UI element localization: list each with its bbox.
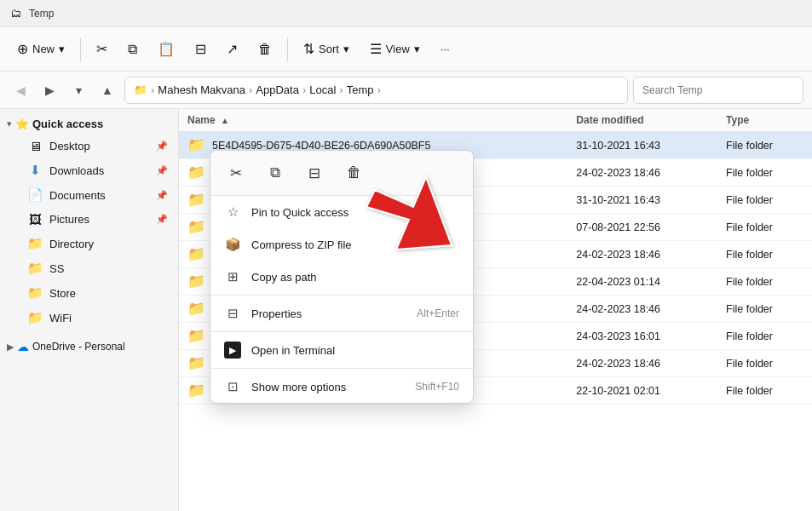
paste-button[interactable]: 📋 — [149, 36, 183, 62]
recent-button[interactable]: ▾ — [66, 78, 90, 102]
sidebar-item-pictures-label: Pictures — [49, 213, 149, 226]
quick-access-chevron-icon: ▾ — [7, 118, 12, 129]
sidebar-item-store[interactable]: 📁 Store — [3, 281, 175, 305]
title-bar: 🗂 Temp — [0, 0, 812, 27]
ctx-copy-path-item[interactable]: ⊞ Copy as path — [210, 261, 473, 293]
onedrive-label: OneDrive - Personal — [32, 341, 125, 353]
sidebar-item-desktop-label: Desktop — [49, 140, 149, 152]
cut-icon: ✂ — [96, 41, 107, 57]
cut-button[interactable]: ✂ — [88, 36, 116, 62]
sidebar-item-ss[interactable]: 📁 SS — [3, 256, 175, 280]
ctx-compress-item[interactable]: 📦 Compress to ZIP file — [210, 228, 473, 261]
new-chevron-icon: ▾ — [59, 43, 65, 55]
pin-icon-desktop: 📌 — [156, 141, 168, 152]
address-bar: ◀ ▶ ▾ ▲ 📁 › Mahesh Makvana › AppData › L… — [0, 72, 812, 109]
desktop-icon: 🖥 — [27, 139, 43, 153]
ctx-terminal-item[interactable]: ▶ Open in Terminal — [210, 334, 473, 366]
sidebar-item-downloads-label: Downloads — [49, 164, 149, 177]
breadcrumb-part-4[interactable]: Temp — [347, 83, 374, 96]
ctx-sep-3 — [210, 368, 473, 369]
sidebar-item-wifi[interactable]: 📁 WiFi — [3, 306, 175, 330]
breadcrumb-home-icon: 📁 — [134, 83, 147, 96]
delete-button[interactable]: 🗑 — [250, 37, 280, 62]
store-icon: 📁 — [27, 285, 43, 301]
quick-access-label: Quick access — [32, 118, 103, 130]
sidebar-item-directory[interactable]: 📁 Directory — [3, 232, 175, 256]
new-button[interactable]: ⊕ New ▾ — [9, 36, 73, 62]
delete-icon: 🗑 — [258, 42, 272, 57]
ctx-copy-button[interactable]: ⧉ — [260, 158, 291, 188]
ctx-pin-item[interactable]: ☆ Pin to Quick access — [210, 196, 473, 228]
compress-icon: 📦 — [224, 236, 241, 253]
back-button[interactable]: ◀ — [9, 78, 32, 102]
quick-access-header[interactable]: ▾ ⭐ Quick access — [0, 114, 178, 134]
copy-path-icon: ⊞ — [224, 268, 241, 285]
documents-icon: 📄 — [27, 187, 43, 203]
forward-button[interactable]: ▶ — [37, 78, 61, 102]
search-input[interactable] — [633, 77, 803, 104]
ctx-sep-1 — [210, 295, 473, 296]
properties-icon: ⊟ — [224, 305, 241, 322]
title-bar-icon: 🗂 — [10, 7, 24, 20]
onedrive-header[interactable]: ▶ ☁ OneDrive - Personal — [0, 336, 178, 357]
ctx-delete-button[interactable]: 🗑 — [338, 158, 369, 188]
paste-icon: 📋 — [158, 41, 175, 57]
terminal-icon: ▶ — [224, 342, 241, 359]
pin-icon-pictures: 📌 — [156, 214, 168, 225]
ctx-rename-button[interactable]: ⊟ — [299, 158, 330, 188]
copy-button[interactable]: ⧉ — [119, 37, 146, 62]
sidebar-item-documents-label: Documents — [49, 189, 149, 202]
share-icon: ↗ — [227, 41, 238, 57]
pin-star-icon: ☆ — [224, 204, 241, 221]
pin-icon-documents: 📌 — [156, 190, 168, 201]
sidebar-item-downloads[interactable]: ⬇ Downloads 📌 — [3, 158, 175, 182]
view-label: View — [386, 43, 410, 55]
view-chevron-icon: ▾ — [414, 43, 420, 55]
sidebar-item-pictures[interactable]: 🖼 Pictures 📌 — [3, 208, 175, 231]
ctx-properties-item[interactable]: ⊟ Properties Alt+Enter — [210, 297, 473, 330]
ctx-more-options-item[interactable]: ⊡ Show more options Shift+F10 — [210, 370, 473, 403]
sidebar-item-ss-label: SS — [49, 262, 168, 275]
sort-label: Sort — [319, 43, 339, 55]
view-icon: ☰ — [370, 41, 382, 57]
share-button[interactable]: ↗ — [218, 36, 246, 62]
sort-chevron-icon: ▾ — [343, 43, 349, 55]
sidebar-item-wifi-label: WiFi — [49, 312, 168, 324]
more-label: ··· — [441, 43, 450, 55]
breadcrumb[interactable]: 📁 › Mahesh Makvana › AppData › Local › T… — [124, 77, 628, 104]
more-options-icon: ⊡ — [224, 378, 241, 395]
more-button[interactable]: ··· — [432, 37, 458, 60]
toolbar: ⊕ New ▾ ✂ ⧉ 📋 ⊟ ↗ 🗑 ⇅ Sort ▾ ☰ View ▾ ··… — [0, 27, 812, 72]
breadcrumb-part-1[interactable]: Mahesh Makvana — [158, 83, 245, 96]
quick-access-star-icon: ⭐ — [15, 118, 29, 130]
wifi-icon: 📁 — [27, 310, 43, 325]
ctx-cut-button[interactable]: ✂ — [221, 158, 251, 188]
sort-button[interactable]: ⇅ Sort ▾ — [295, 36, 358, 62]
sidebar: ▾ ⭐ Quick access 🖥 Desktop 📌 ⬇ Downloads… — [0, 109, 179, 511]
title-bar-title: Temp — [29, 8, 54, 20]
file-area: Name ▲ Date modified Type 📁 5E4D4595-D67… — [179, 109, 812, 511]
pin-icon-downloads: 📌 — [156, 165, 168, 176]
rename-button[interactable]: ⊟ — [187, 36, 215, 62]
new-label: New — [32, 43, 55, 55]
sidebar-item-desktop[interactable]: 🖥 Desktop 📌 — [3, 135, 175, 158]
context-menu: ✂ ⧉ ⊟ 🗑 ☆ Pin to Quick access 📦 Compress… — [210, 150, 474, 404]
sidebar-item-documents[interactable]: 📄 Documents 📌 — [3, 183, 175, 207]
copy-icon: ⧉ — [128, 42, 137, 57]
directory-icon: 📁 — [27, 236, 43, 251]
sidebar-item-store-label: Store — [49, 287, 168, 300]
sidebar-item-directory-label: Directory — [49, 238, 168, 250]
onedrive-icon: ☁ — [17, 340, 29, 353]
breadcrumb-part-3[interactable]: Local — [309, 83, 336, 96]
ss-icon: 📁 — [27, 261, 43, 276]
rename-icon: ⊟ — [195, 41, 206, 57]
context-menu-toolbar: ✂ ⧉ ⊟ 🗑 — [210, 151, 473, 196]
view-button[interactable]: ☰ View ▾ — [361, 36, 429, 62]
toolbar-sep-1 — [80, 37, 81, 61]
ctx-sep-2 — [210, 331, 473, 332]
new-icon: ⊕ — [17, 41, 28, 57]
up-button[interactable]: ▲ — [95, 78, 119, 102]
toolbar-sep-2 — [287, 37, 288, 61]
breadcrumb-part-2[interactable]: AppData — [256, 83, 299, 96]
sort-icon: ⇅ — [303, 41, 314, 57]
